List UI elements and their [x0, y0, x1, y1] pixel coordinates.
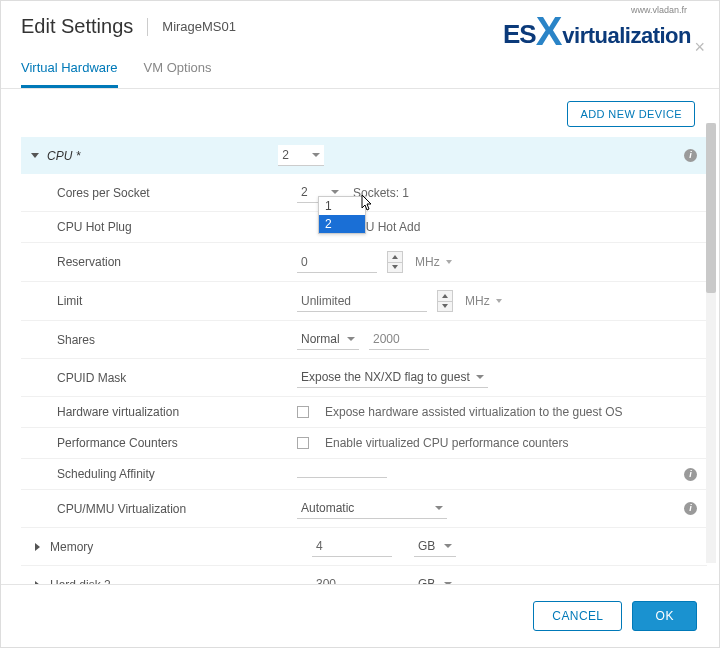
memory-input[interactable]: 4 [312, 536, 392, 557]
chevron-down-icon [31, 153, 39, 158]
cpu-mmu-label: CPU/MMU Virtualization [57, 502, 297, 516]
reservation-unit-select[interactable]: MHz [413, 253, 454, 271]
ok-button[interactable]: OK [632, 601, 697, 631]
cores-dropdown-menu[interactable]: 1 2 [318, 196, 366, 234]
hard-disk-2-unit-select[interactable]: GB [414, 574, 456, 584]
performance-counters-checkbox[interactable] [297, 437, 309, 449]
shares-value-input[interactable]: 2000 [369, 329, 429, 350]
cpu-hot-plug-label: CPU Hot Plug [57, 220, 297, 234]
scheduling-affinity-input[interactable] [297, 471, 387, 478]
section-cpu[interactable]: CPU * 2 i [21, 137, 707, 174]
hard-disk-2-label: Hard disk 2 [50, 578, 312, 585]
scheduling-affinity-label: Scheduling Affinity [57, 467, 297, 481]
hardware-virtualization-checkbox[interactable] [297, 406, 309, 418]
section-hard-disk-2[interactable]: Hard disk 2 300 GB [21, 565, 707, 584]
brand-logo: www.vladan.fr ESXvirtualization [503, 7, 691, 52]
scrollbar-thumb[interactable] [706, 123, 716, 293]
performance-counters-label: Performance Counters [57, 436, 297, 450]
cpu-mmu-select[interactable]: Automatic [297, 498, 447, 519]
cores-option-2[interactable]: 2 [319, 215, 365, 233]
cpuid-mask-label: CPUID Mask [57, 371, 297, 385]
reservation-label: Reservation [57, 255, 297, 269]
cancel-button[interactable]: CANCEL [533, 601, 622, 631]
tab-virtual-hardware[interactable]: Virtual Hardware [21, 50, 118, 88]
performance-counters-text: Enable virtualized CPU performance count… [325, 436, 568, 450]
separator [147, 18, 148, 36]
limit-input[interactable]: Unlimited [297, 291, 427, 312]
settings-content[interactable]: CPU * 2 i Cores per Socket 2 Sockets: 1 … [1, 137, 719, 584]
limit-label: Limit [57, 294, 297, 308]
cpuid-mask-select[interactable]: Expose the NX/XD flag to guest [297, 367, 488, 388]
add-new-device-button[interactable]: ADD NEW DEVICE [567, 101, 695, 127]
info-icon[interactable]: i [684, 468, 697, 481]
chevron-right-icon [35, 543, 40, 551]
shares-label: Shares [57, 333, 297, 347]
hard-disk-2-input[interactable]: 300 [312, 574, 392, 584]
info-icon[interactable]: i [684, 149, 697, 162]
scrollbar[interactable] [706, 123, 716, 563]
limit-unit-select[interactable]: MHz [463, 292, 504, 310]
hardware-virtualization-text: Expose hardware assisted virtualization … [325, 405, 623, 419]
vm-name: MirageMS01 [162, 19, 236, 34]
section-memory[interactable]: Memory 4 GB [21, 527, 707, 565]
cores-per-socket-label: Cores per Socket [57, 186, 297, 200]
brand-url: www.vladan.fr [631, 5, 687, 15]
shares-select[interactable]: Normal [297, 329, 359, 350]
tab-vm-options[interactable]: VM Options [144, 50, 212, 88]
limit-spinner[interactable] [437, 290, 453, 312]
chevron-right-icon [35, 581, 40, 585]
close-icon[interactable]: × [694, 37, 705, 58]
reservation-input[interactable]: 0 [297, 252, 377, 273]
reservation-spinner[interactable] [387, 251, 403, 273]
section-cpu-label: CPU * [47, 149, 80, 163]
hardware-virtualization-label: Hardware virtualization [57, 405, 297, 419]
page-title: Edit Settings [21, 15, 133, 38]
info-icon[interactable]: i [684, 502, 697, 515]
memory-label: Memory [50, 540, 312, 554]
memory-unit-select[interactable]: GB [414, 536, 456, 557]
cpu-count-select[interactable]: 2 [278, 145, 324, 166]
cores-option-1[interactable]: 1 [319, 197, 365, 215]
